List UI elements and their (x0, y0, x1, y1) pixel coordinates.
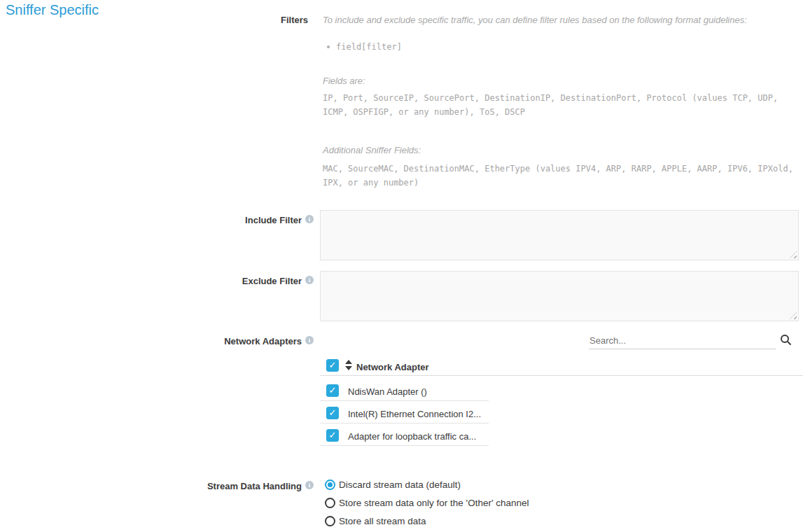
info-icon[interactable] (305, 276, 314, 284)
bullet-icon (327, 46, 330, 48)
exclude-filter-field-wrap (320, 271, 799, 321)
network-adapters-label: Network Adapters (224, 336, 302, 346)
radio-option-label: Store all stream data (339, 516, 426, 526)
include-filter-label-row: Include Filter (0, 215, 314, 225)
adapter-row-name: Adapter for loopback traffic ca... (348, 431, 476, 442)
adapter-row-name: NdisWan Adapter () (348, 386, 427, 397)
fields-list: IP, Port, SourceIP, SourcePort, Destinat… (323, 91, 803, 119)
stream-data-handling-label: Stream Data Handling (207, 481, 302, 491)
row-divider (320, 423, 489, 424)
row-divider (320, 400, 489, 401)
radio-option-label: Discard stream data (default) (339, 479, 461, 490)
filter-format-item: field[filter] (327, 42, 402, 52)
row-divider (320, 445, 489, 446)
sort-icon[interactable] (344, 360, 352, 370)
exclude-filter-label-row: Exclude Filter (0, 276, 314, 286)
info-icon[interactable] (305, 215, 314, 223)
exclude-filter-label: Exclude Filter (242, 276, 302, 286)
adapter-checkbox[interactable] (326, 429, 339, 442)
adapter-column-header[interactable]: Network Adapter (356, 362, 429, 372)
filter-format-example: field[filter] (336, 42, 402, 52)
radio-option-discard[interactable]: Discard stream data (default) (325, 479, 461, 490)
filters-label: Filters (281, 15, 308, 25)
filters-label-row: Filters (0, 15, 308, 25)
adapter-row-name: Intel(R) Ethernet Connection I2... (348, 409, 481, 419)
additional-fields-list: MAC, SourceMAC, DestinationMAC, EtherTyp… (323, 162, 803, 190)
exclude-filter-input[interactable] (320, 271, 799, 321)
adapter-checkbox[interactable] (326, 407, 339, 419)
adapter-checkbox[interactable] (326, 384, 339, 397)
radio-icon[interactable] (325, 498, 335, 508)
search-input[interactable] (589, 333, 776, 349)
radio-option-label: Store stream data only for the 'Other' c… (339, 498, 529, 508)
sniffer-specific-page: Sniffer Specific Filters To include and … (0, 0, 803, 532)
stream-data-handling-label-row: Stream Data Handling (0, 481, 314, 491)
info-icon[interactable] (305, 336, 314, 344)
radio-option-store-all[interactable]: Store all stream data (325, 516, 426, 526)
network-adapters-label-row: Network Adapters (0, 336, 314, 346)
adapter-search (589, 333, 792, 350)
include-filter-field-wrap (320, 210, 799, 260)
fields-heading: Fields are: (323, 76, 802, 86)
additional-fields-heading: Additional Sniffer Fields: (323, 145, 802, 155)
radio-icon[interactable] (325, 516, 335, 526)
info-icon[interactable] (305, 481, 314, 489)
include-filter-input[interactable] (320, 210, 799, 260)
table-header-divider (320, 375, 803, 376)
radio-icon[interactable] (325, 479, 335, 490)
select-all-checkbox[interactable] (326, 359, 339, 372)
radio-option-store-other[interactable]: Store stream data only for the 'Other' c… (325, 498, 529, 508)
filters-intro: To include and exclude specific traffic,… (323, 15, 802, 25)
include-filter-label: Include Filter (245, 215, 302, 225)
search-icon[interactable] (780, 334, 792, 346)
